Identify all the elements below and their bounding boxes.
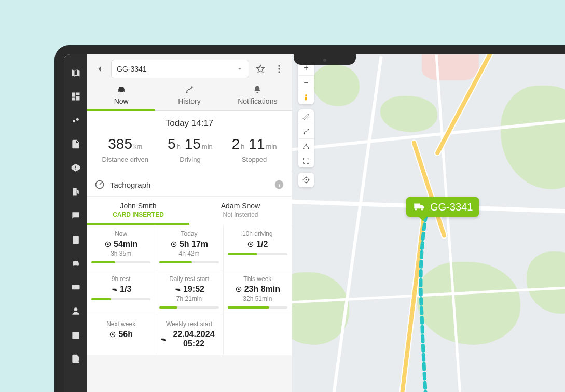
more-button[interactable] xyxy=(272,62,286,76)
route-icon xyxy=(184,85,195,95)
task-icon[interactable] xyxy=(70,234,81,245)
vehicle-icon[interactable] xyxy=(70,258,81,269)
driver-1-status: CARD INSERTED xyxy=(90,211,186,218)
svg-rect-4 xyxy=(72,332,79,339)
svg-point-5 xyxy=(278,65,280,67)
cell-value: 1/3 xyxy=(91,285,150,294)
tacho-cell-7: Weekly rest start22.04.2024 05:22 xyxy=(155,315,223,355)
gauge-icon xyxy=(94,179,105,190)
tacho-cell-0: Now54min3h 35m xyxy=(87,225,155,270)
cell-label: 10h driving xyxy=(228,230,287,237)
tachograph-title: Tachograph xyxy=(110,180,150,189)
driver-1-name: John Smith xyxy=(90,202,186,210)
map-background xyxy=(292,54,565,392)
map[interactable]: + − GG-3341 xyxy=(292,54,565,392)
svg-point-3 xyxy=(74,307,77,311)
svg-point-22 xyxy=(305,94,307,96)
stat-distance: 385km Distance driven xyxy=(102,136,148,163)
cell-sub: 4h 42m xyxy=(159,250,218,257)
svg-rect-2 xyxy=(72,285,79,289)
tablet-notch xyxy=(294,54,356,65)
favorite-button[interactable] xyxy=(253,62,268,76)
tacho-cell-6: Next week56h xyxy=(87,315,155,355)
svg-point-29 xyxy=(306,179,307,181)
file-icon[interactable] xyxy=(70,138,81,150)
cell-value: 5h 17m xyxy=(159,240,218,249)
chevron-down-icon xyxy=(236,65,243,73)
chat-icon[interactable] xyxy=(70,210,81,221)
bell-icon xyxy=(252,85,263,95)
zoom-out-button[interactable]: − xyxy=(298,75,314,90)
routes-button[interactable] xyxy=(298,138,314,153)
cell-value: 54min xyxy=(91,240,150,249)
stat-driving: 5h 15min Driving xyxy=(168,136,213,163)
cell-value: 56h xyxy=(91,330,150,339)
fuel-icon[interactable] xyxy=(70,186,81,198)
tacho-cell-4: Daily rest start19:527h 21min xyxy=(155,270,223,315)
tacho-cell-3: 9h rest1/3 xyxy=(87,270,155,315)
tachograph-header: Tachograph xyxy=(87,173,292,197)
fit-button[interactable] xyxy=(298,153,314,167)
svg-point-1 xyxy=(76,118,78,121)
svg-point-13 xyxy=(107,243,109,245)
tab-notifications[interactable]: Notifications xyxy=(224,80,292,110)
progress-bar xyxy=(91,261,150,263)
vehicle-select-value: GG-3341 xyxy=(117,65,147,73)
streetview-button[interactable] xyxy=(298,90,314,104)
progress-bar xyxy=(228,306,287,309)
tacho-cell-1: Today5h 17m4h 42m xyxy=(155,225,223,270)
account-icon[interactable] xyxy=(70,305,81,317)
location-icon[interactable] xyxy=(70,115,81,126)
measure-button[interactable] xyxy=(298,109,314,124)
details-panel: GG-3341 Now History Notifications xyxy=(87,54,292,392)
cell-sub: 3h 35m xyxy=(91,250,150,257)
svg-point-8 xyxy=(186,91,187,93)
trace-button[interactable] xyxy=(298,124,314,138)
tacho-cell-5: This week23h 8min32h 51min xyxy=(224,270,292,315)
locate-button[interactable] xyxy=(298,173,314,187)
cell-sub: 7h 21min xyxy=(159,295,218,302)
driver-2-status: Not insterted xyxy=(192,211,288,218)
alert-icon[interactable] xyxy=(70,162,81,174)
keyboard-icon[interactable] xyxy=(70,282,81,293)
progress-bar xyxy=(159,306,218,309)
truck-icon xyxy=(412,200,426,214)
cell-label: 9h rest xyxy=(91,275,150,283)
driver-1[interactable]: John Smith CARD INSERTED xyxy=(87,197,189,225)
car-icon xyxy=(116,85,127,95)
svg-point-21 xyxy=(112,333,114,335)
sidebar xyxy=(64,54,87,392)
cell-value: 23h 8min xyxy=(228,285,287,294)
svg-point-15 xyxy=(173,243,175,245)
svg-point-6 xyxy=(278,68,280,69)
cell-label: Next week xyxy=(91,320,150,328)
stat-stopped: 2h 11min Stopped xyxy=(232,136,277,163)
tacho-cell-2: 10h driving1/2 xyxy=(224,225,292,270)
cell-label: Now xyxy=(91,230,150,237)
info-icon[interactable] xyxy=(274,179,284,190)
svg-point-17 xyxy=(250,243,252,245)
back-button[interactable] xyxy=(92,62,107,76)
progress-bar xyxy=(159,261,218,263)
today-title: Today 14:17 xyxy=(92,118,286,129)
svg-point-0 xyxy=(73,120,75,122)
cell-value: 1/2 xyxy=(228,240,287,249)
vehicle-marker-label: GG-3341 xyxy=(430,201,473,213)
tab-history[interactable]: History xyxy=(155,80,223,110)
dashboard-icon[interactable] xyxy=(70,91,81,102)
edit-icon[interactable] xyxy=(70,353,81,365)
tab-history-label: History xyxy=(178,97,201,105)
tab-now[interactable]: Now xyxy=(87,80,155,110)
driver-2[interactable]: Adam Snow Not insterted xyxy=(189,197,292,225)
progress-bar xyxy=(228,253,287,255)
calendar-icon[interactable] xyxy=(70,329,81,341)
vehicle-marker[interactable]: GG-3341 xyxy=(406,197,479,217)
svg-point-23 xyxy=(304,133,305,134)
cell-label: Daily rest start xyxy=(159,275,218,283)
cell-sub: 32h 51min xyxy=(228,295,287,302)
cell-label: Today xyxy=(159,230,218,237)
tab-notifications-label: Notifications xyxy=(238,97,277,105)
tab-now-label: Now xyxy=(114,97,129,105)
map-icon[interactable] xyxy=(70,67,81,78)
vehicle-select[interactable]: GG-3341 xyxy=(111,60,249,78)
